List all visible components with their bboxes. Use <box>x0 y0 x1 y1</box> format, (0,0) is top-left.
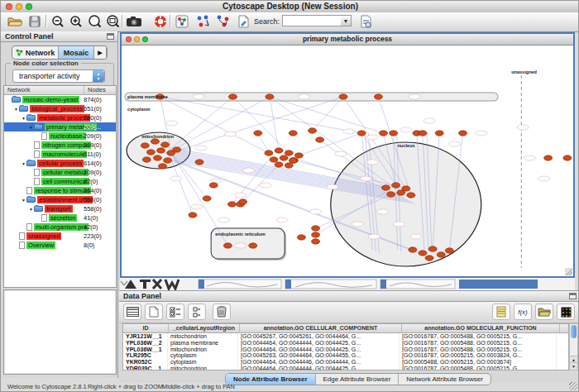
network-node[interactable] <box>379 131 387 136</box>
network-canvas[interactable]: plasma membrane cytoplasm mitochondrion … <box>122 45 573 276</box>
network-node[interactable] <box>374 94 382 99</box>
network-node[interactable] <box>173 147 181 152</box>
node-color-dropdown[interactable]: transporter activity ▲▼ <box>12 69 105 83</box>
expander-icon[interactable]: ▼ <box>13 107 19 112</box>
open-file-icon[interactable] <box>6 13 24 30</box>
layout-icon-b[interactable] <box>214 13 232 30</box>
network-node[interactable] <box>289 158 297 163</box>
network-node[interactable] <box>425 256 433 261</box>
network-node[interactable] <box>239 199 247 204</box>
new-attribute-icon[interactable] <box>145 304 163 320</box>
network-node[interactable] <box>203 196 211 201</box>
tree-row[interactable]: nitrogen compou209(0) <box>4 141 116 150</box>
annotation-icon[interactable] <box>234 13 252 30</box>
tree-row[interactable]: ▼primary metabolic209(... <box>4 122 116 131</box>
expander-icon[interactable]: ▼ <box>21 161 26 166</box>
network-window-titlebar[interactable]: primary metabolic process <box>122 34 573 45</box>
network-node[interactable] <box>294 153 303 158</box>
table-row[interactable]: YKR052Ccytoplasm[GO:0044464, GO:0044446,… <box>123 359 568 366</box>
notepad-icon[interactable] <box>492 304 510 320</box>
network-node[interactable] <box>285 163 293 168</box>
float-panel-icon[interactable] <box>569 293 577 299</box>
network-node[interactable] <box>142 157 151 162</box>
window-resize-grip[interactable] <box>565 268 572 275</box>
scrollbar-thumb[interactable] <box>571 325 577 338</box>
network-node[interactable] <box>381 185 390 190</box>
zoom-selected-icon[interactable] <box>85 13 103 30</box>
table-row[interactable]: YPL036W__1mitochondrion[GO:0044464, GO:0… <box>123 347 568 353</box>
attribute-table[interactable]: ID_cellularLayoutRegionannotation.GO CEL… <box>122 323 569 370</box>
tab-overflow-arrow-icon[interactable]: ▶ <box>94 46 107 59</box>
zoom-in-icon[interactable] <box>67 13 85 30</box>
expander-icon[interactable]: ▼ <box>21 116 26 121</box>
tree-row[interactable]: Overview8(0) <box>4 241 116 250</box>
matrix-icon[interactable] <box>557 304 575 320</box>
zoom-out-icon[interactable] <box>49 13 67 30</box>
network-node[interactable] <box>227 202 236 207</box>
network-node[interactable] <box>392 183 400 188</box>
network-node[interactable] <box>195 160 203 165</box>
network-node[interactable] <box>339 94 347 99</box>
table-row[interactable]: YPL036W__2plasma membrane[GO:0044464, GO… <box>123 340 568 347</box>
network-node[interactable] <box>153 155 161 160</box>
network-node[interactable] <box>285 151 293 155</box>
network-node[interactable] <box>156 148 165 153</box>
network-node[interactable] <box>312 232 320 237</box>
tree-row[interactable]: cellular metabol209(0) <box>4 168 116 177</box>
network-node[interactable] <box>141 143 149 148</box>
network-node[interactable] <box>316 137 324 142</box>
tree-row[interactable]: ▼cellular process614(0) <box>4 159 116 168</box>
select-attributes-icon[interactable] <box>166 304 184 320</box>
attribute-table-icon[interactable] <box>123 304 141 320</box>
import-folder-icon[interactable] <box>535 304 553 320</box>
network-node[interactable] <box>390 131 398 136</box>
formula-icon[interactable]: f(x) <box>514 304 532 320</box>
attribute-columns-icon[interactable] <box>188 304 206 320</box>
save-icon[interactable] <box>26 13 44 30</box>
expander-icon[interactable]: ▼ <box>28 125 34 130</box>
tree-column-nodes[interactable]: Nodes <box>84 86 106 94</box>
tab-mosaic[interactable]: Mosaic <box>59 46 94 59</box>
tree-row[interactable]: mosaic-demo-yeast874(0) <box>4 95 116 104</box>
background-windows-strip[interactable] <box>120 278 575 290</box>
network-node[interactable] <box>265 151 273 155</box>
network-node[interactable] <box>397 190 405 195</box>
float-panel-icon[interactable] <box>107 33 114 40</box>
network-node[interactable] <box>544 155 553 160</box>
network-node[interactable] <box>280 155 288 160</box>
network-node[interactable] <box>158 164 166 169</box>
network-node[interactable] <box>270 157 278 162</box>
network-node[interactable] <box>428 246 437 251</box>
table-column-header[interactable]: ID <box>123 324 169 332</box>
tab-network[interactable]: Network <box>12 46 59 59</box>
search-options-icon[interactable] <box>356 13 375 30</box>
app-resize-grip[interactable] <box>569 382 577 390</box>
network-node[interactable] <box>437 252 445 257</box>
network-node[interactable] <box>312 239 320 244</box>
network-node[interactable] <box>419 131 427 136</box>
network-node[interactable] <box>409 247 417 252</box>
table-column-header[interactable]: _cellularLayoutRegion <box>169 324 240 332</box>
expander-icon[interactable]: ▼ <box>21 198 26 203</box>
tree-column-network[interactable]: Network <box>4 86 84 94</box>
vizmapper-icon[interactable] <box>173 13 191 30</box>
network-node[interactable] <box>266 94 274 99</box>
network-node[interactable] <box>146 150 155 155</box>
tree-row[interactable]: multi-organism pro42(0) <box>4 222 116 232</box>
network-node[interactable] <box>435 131 443 136</box>
network-node[interactable] <box>254 131 262 136</box>
tree-row[interactable]: ▼biological_process651(0) <box>4 104 116 113</box>
layout-icon-a[interactable] <box>194 13 213 30</box>
network-node[interactable] <box>357 131 366 136</box>
tree-row[interactable]: secretion41(0) <box>4 213 116 222</box>
network-node[interactable] <box>223 243 232 248</box>
network-node[interactable] <box>249 243 257 248</box>
table-scrollbar[interactable]: ▲ ▼ <box>569 323 578 370</box>
tree-row[interactable]: macromolecule311(0) <box>4 150 116 159</box>
network-node[interactable] <box>164 158 172 163</box>
network-node[interactable] <box>308 128 316 133</box>
network-node[interactable] <box>275 162 283 167</box>
delete-attribute-icon[interactable] <box>213 304 231 320</box>
network-node[interactable] <box>297 235 305 240</box>
tree-row[interactable]: response to stimulu264(0) <box>4 186 116 195</box>
